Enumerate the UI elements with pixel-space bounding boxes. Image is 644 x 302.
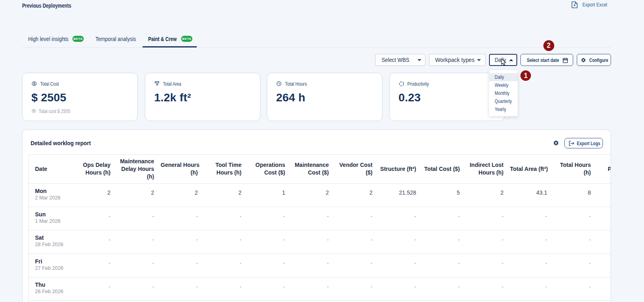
svg-text:$: $ [33, 82, 35, 86]
svg-text:$: $ [33, 109, 35, 113]
